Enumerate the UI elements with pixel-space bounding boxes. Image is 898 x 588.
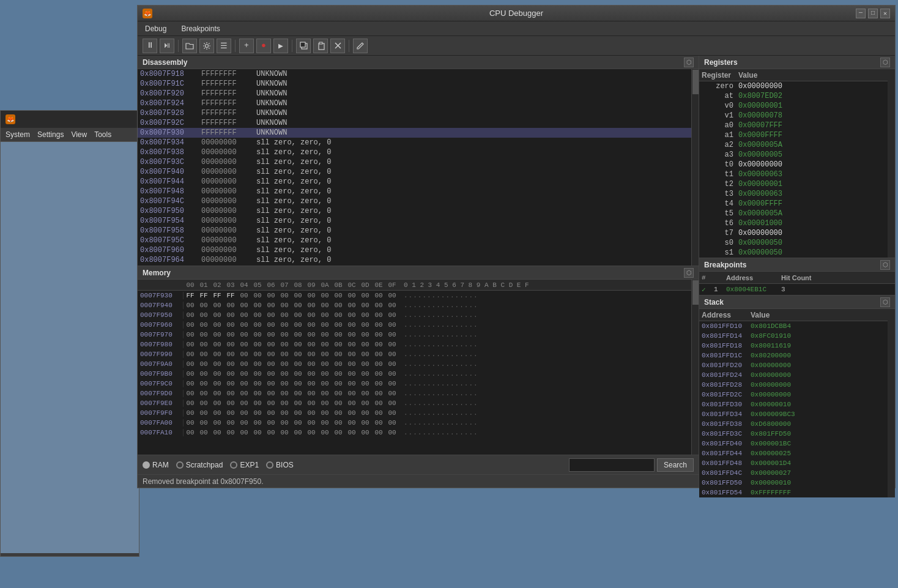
- mem-hex-cell[interactable]: 00: [210, 351, 224, 358]
- mem-hex-cell[interactable]: 00: [318, 380, 332, 387]
- mem-hex-cell[interactable]: 00: [358, 351, 372, 358]
- memory-row[interactable]: 0007F95000000000000000000000000000000000…: [138, 310, 691, 320]
- mem-hex-cell[interactable]: 00: [291, 302, 305, 309]
- register-row[interactable]: v10x00000078: [699, 111, 888, 121]
- mem-hex-cell[interactable]: 00: [358, 341, 372, 348]
- mem-hex-cell[interactable]: FF: [210, 292, 224, 299]
- memory-scrollbar-thumb[interactable]: [692, 280, 699, 305]
- mem-hex-cell[interactable]: 00: [305, 409, 318, 417]
- mem-hex-cell[interactable]: 00: [372, 311, 385, 319]
- mem-hex-cell[interactable]: 00: [237, 331, 251, 338]
- mem-hex-cell[interactable]: 00: [345, 409, 358, 417]
- mem-hex-cell[interactable]: 00: [184, 341, 197, 348]
- mem-hex-cell[interactable]: 00: [305, 390, 318, 397]
- mem-hex-cell[interactable]: 00: [197, 419, 210, 426]
- mem-hex-cell[interactable]: 00: [184, 370, 197, 378]
- mem-hex-cell[interactable]: 00: [358, 302, 372, 309]
- mem-hex-cell[interactable]: 00: [345, 370, 358, 378]
- disasm-row[interactable]: 0x8007F94400000000sll zero, zero, 0: [138, 177, 691, 187]
- mem-hex-cell[interactable]: 00: [278, 292, 291, 299]
- mem-hex-cell[interactable]: 00: [385, 292, 399, 299]
- mem-hex-cell[interactable]: 00: [358, 400, 372, 407]
- mem-hex-cell[interactable]: 00: [332, 400, 345, 407]
- register-row[interactable]: t30x00000063: [699, 189, 888, 199]
- mem-hex-cell[interactable]: 00: [358, 370, 372, 378]
- disasm-row[interactable]: 0x8007F94800000000sll zero, zero, 0: [138, 187, 691, 196]
- clear-button[interactable]: [330, 39, 345, 53]
- mem-hex-cell[interactable]: 00: [278, 409, 291, 417]
- mem-hex-cell[interactable]: 00: [318, 390, 332, 397]
- mem-hex-cell[interactable]: 00: [237, 419, 251, 426]
- mem-hex-cell[interactable]: 00: [358, 360, 372, 368]
- mem-hex-cell[interactable]: 00: [345, 321, 358, 329]
- mem-hex-cell[interactable]: 00: [372, 429, 385, 436]
- mem-hex-cell[interactable]: 00: [372, 409, 385, 417]
- mem-hex-cell[interactable]: 00: [358, 292, 372, 299]
- disasm-row[interactable]: 0x8007F918FFFFFFFFUNKNOWN: [138, 69, 691, 79]
- mem-hex-cell[interactable]: 00: [251, 429, 264, 436]
- memory-row[interactable]: 0007F9C000000000000000000000000000000000…: [138, 379, 691, 389]
- mem-hex-cell[interactable]: 00: [237, 380, 251, 387]
- mem-hex-cell[interactable]: 00: [197, 390, 210, 397]
- mem-hex-cell[interactable]: 00: [358, 409, 372, 417]
- mem-hex-cell[interactable]: 00: [210, 360, 224, 368]
- mem-hex-cell[interactable]: 00: [224, 390, 237, 397]
- mem-hex-cell[interactable]: 00: [291, 419, 305, 426]
- memory-row[interactable]: 0007F9A000000000000000000000000000000000…: [138, 359, 691, 369]
- stack-row[interactable]: 0x801FFD400x000001BC: [699, 439, 888, 448]
- mem-hex-cell[interactable]: 00: [305, 302, 318, 309]
- stack-row[interactable]: 0x801FFD300x00000010: [699, 400, 888, 409]
- mem-hex-cell[interactable]: 00: [372, 370, 385, 378]
- mem-hex-cell[interactable]: FF: [224, 292, 237, 299]
- mem-hex-cell[interactable]: 00: [305, 429, 318, 436]
- mem-hex-cell[interactable]: 00: [372, 321, 385, 329]
- mem-hex-cell[interactable]: 00: [264, 400, 278, 407]
- mem-hex-cell[interactable]: 00: [224, 400, 237, 407]
- mem-hex-cell[interactable]: 00: [197, 370, 210, 378]
- stack-row[interactable]: 0x801FFD4C0x00000027: [699, 468, 888, 478]
- mem-hex-cell[interactable]: 00: [237, 292, 251, 299]
- mem-hex-cell[interactable]: 00: [237, 311, 251, 319]
- mem-hex-cell[interactable]: 00: [184, 400, 197, 407]
- disassembly-icon-btn[interactable]: ⬡: [684, 58, 694, 67]
- mem-hex-cell[interactable]: 00: [372, 360, 385, 368]
- mem-hex-cell[interactable]: 00: [264, 321, 278, 329]
- mem-hex-cell[interactable]: 00: [345, 380, 358, 387]
- mem-hex-cell[interactable]: 00: [210, 370, 224, 378]
- mem-hex-cell[interactable]: 00: [210, 321, 224, 329]
- register-row[interactable]: zero0x00000000: [699, 81, 888, 91]
- mem-hex-cell[interactable]: 00: [385, 370, 399, 378]
- mem-hex-cell[interactable]: 00: [385, 390, 399, 397]
- mem-hex-cell[interactable]: 00: [345, 331, 358, 338]
- add-button[interactable]: +: [239, 39, 254, 53]
- mem-hex-cell[interactable]: 00: [291, 429, 305, 436]
- mem-hex-cell[interactable]: 00: [332, 311, 345, 319]
- stack-row[interactable]: 0x801FFD240x00000000: [699, 370, 888, 380]
- mem-hex-cell[interactable]: 00: [251, 370, 264, 378]
- mem-hex-cell[interactable]: 00: [264, 311, 278, 319]
- memory-row[interactable]: 0007F97000000000000000000000000000000000…: [138, 330, 691, 340]
- mem-hex-cell[interactable]: 00: [345, 419, 358, 426]
- mem-hex-cell[interactable]: 00: [264, 341, 278, 348]
- memory-row[interactable]: 0007F99000000000000000000000000000000000…: [138, 349, 691, 359]
- mem-hex-cell[interactable]: FF: [197, 292, 210, 299]
- mem-hex-cell[interactable]: 00: [251, 409, 264, 417]
- mem-hex-cell[interactable]: 00: [224, 331, 237, 338]
- mem-hex-cell[interactable]: 00: [345, 341, 358, 348]
- mem-hex-cell[interactable]: 00: [197, 400, 210, 407]
- mem-hex-cell[interactable]: 00: [184, 429, 197, 436]
- register-row[interactable]: a20x0000005A: [699, 140, 888, 150]
- mem-hex-cell[interactable]: 00: [264, 390, 278, 397]
- mem-hex-cell[interactable]: 00: [332, 370, 345, 378]
- mem-hex-cell[interactable]: 00: [305, 351, 318, 358]
- stack-row[interactable]: 0x801FFD540xFFFFFFFF: [699, 488, 888, 497]
- mem-hex-cell[interactable]: 00: [197, 311, 210, 319]
- stack-row[interactable]: 0x801FFD340x000009BC3: [699, 409, 888, 419]
- mem-hex-cell[interactable]: 00: [332, 341, 345, 348]
- register-row[interactable]: t60x00001000: [699, 218, 888, 228]
- stack-row[interactable]: 0x801FFD1C0x80200000: [699, 351, 888, 360]
- memory-row[interactable]: 0007F98000000000000000000000000000000000…: [138, 340, 691, 349]
- mem-hex-cell[interactable]: 00: [318, 370, 332, 378]
- mem-hex-cell[interactable]: 00: [210, 311, 224, 319]
- stack-icon-btn[interactable]: ⬡: [880, 297, 890, 307]
